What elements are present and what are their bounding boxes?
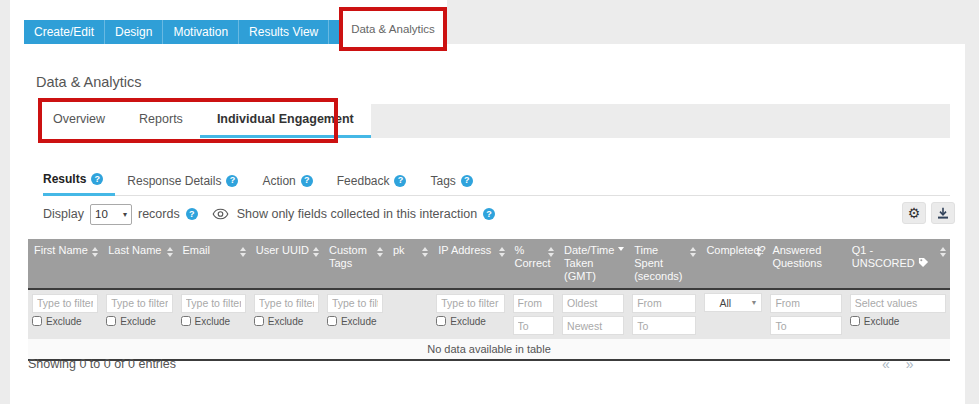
filter-time-spent-to[interactable] <box>632 316 696 335</box>
exclude-checkbox[interactable] <box>327 316 337 326</box>
column-header-custom-tags[interactable]: Custom Tags <box>323 239 387 289</box>
sort-icon <box>313 247 319 257</box>
column-header-ip-address[interactable]: IP Address <box>432 239 508 289</box>
filter-last-name[interactable] <box>106 294 172 313</box>
filter-pk-empty <box>387 314 432 340</box>
exclude-checkbox[interactable] <box>181 316 191 326</box>
tab-action[interactable]: Action ? <box>250 172 324 196</box>
column-header-time-spent[interactable]: Time Spent (seconds) <box>628 239 700 289</box>
showing-entries-text: Showing 0 to 0 of 0 entries <box>28 357 176 371</box>
nav-tab-data-analytics-active-with-annotation[interactable]: Data & Analytics <box>339 7 447 51</box>
exclude-user-uuid[interactable]: Exclude <box>254 316 319 327</box>
column-header-user-uuid[interactable]: User UUID <box>250 239 323 289</box>
table-header-row: First Name Last Name Email User UUID Cus… <box>28 239 950 289</box>
filter-user-uuid[interactable] <box>254 294 319 313</box>
exclude-checkbox[interactable] <box>32 316 42 326</box>
filter-email[interactable] <box>181 294 246 313</box>
exclude-checkbox[interactable] <box>436 316 446 326</box>
tab-reports[interactable]: Reports <box>122 104 200 138</box>
eye-icon[interactable] <box>212 208 229 220</box>
tab-feedback[interactable]: Feedback ? <box>325 172 419 196</box>
help-icon[interactable]: ? <box>91 173 103 185</box>
exclude-custom-tags[interactable]: Exclude <box>327 316 383 327</box>
tab-results-label: Results <box>43 172 86 186</box>
column-header-pk[interactable]: pk <box>387 239 432 289</box>
records-label: records <box>138 207 180 221</box>
nav-tab-motivation[interactable]: Motivation <box>163 20 239 44</box>
sort-icon <box>167 247 173 257</box>
exclude-checkbox[interactable] <box>254 316 264 326</box>
download-icon <box>937 207 949 219</box>
help-icon[interactable]: ? <box>394 175 406 187</box>
filter-custom-tags[interactable] <box>327 294 383 313</box>
tag-icon <box>918 257 929 268</box>
column-header-completed[interactable]: Completed? <box>700 239 766 289</box>
exclude-email[interactable]: Exclude <box>181 316 246 327</box>
column-header-answered-questions[interactable]: Answered Questions <box>766 239 845 289</box>
exclude-first-name[interactable]: Exclude <box>32 316 98 327</box>
sort-icon <box>240 247 246 257</box>
results-table: First Name Last Name Email User UUID Cus… <box>28 239 950 361</box>
display-label: Display <box>43 207 84 221</box>
filter-datetime-oldest[interactable] <box>562 294 624 313</box>
help-icon[interactable]: ? <box>226 175 238 187</box>
filter-percent-correct-from[interactable] <box>513 294 555 313</box>
pagination: « » <box>882 356 914 372</box>
settings-button[interactable]: ⚙ <box>902 202 926 224</box>
help-icon[interactable]: ? <box>461 175 473 187</box>
tab-individual-engagement[interactable]: Individual Engagement <box>200 104 371 138</box>
filter-ip-address[interactable] <box>436 294 504 313</box>
sort-icon <box>690 247 696 257</box>
sort-icon <box>548 247 554 257</box>
filter-row-secondary: Exclude Exclude Exclude Exclude Exclude … <box>28 314 950 340</box>
nav-tab-design[interactable]: Design <box>105 20 163 44</box>
sort-icon <box>92 247 98 257</box>
exclude-ip-address[interactable]: Exclude <box>436 316 504 327</box>
top-navigation: Create/Edit Design Motivation Results Vi… <box>24 20 387 44</box>
filter-first-name[interactable] <box>32 294 98 313</box>
filter-percent-correct-to[interactable] <box>513 316 555 335</box>
tab-tags[interactable]: Tags ? <box>418 172 484 196</box>
sort-icon <box>756 247 762 257</box>
column-header-last-name[interactable]: Last Name <box>102 239 176 289</box>
download-button[interactable] <box>931 202 955 224</box>
nav-tab-create-edit[interactable]: Create/Edit <box>24 20 105 44</box>
column-header-datetime-taken[interactable]: Date/Time Taken (GMT) <box>558 239 628 289</box>
exclude-checkbox[interactable] <box>106 316 116 326</box>
data-tab-bar: Results ? Response Details ? Action ? Fe… <box>43 172 950 196</box>
exclude-checkbox[interactable] <box>850 316 860 326</box>
tab-overview[interactable]: Overview <box>36 104 122 138</box>
nav-tab-results-view[interactable]: Results View <box>239 20 329 44</box>
page-title: Data & Analytics <box>36 74 142 90</box>
table-toolbar: ⚙ <box>902 202 955 224</box>
filter-q1-select-values[interactable] <box>850 294 946 313</box>
help-icon[interactable]: ? <box>186 208 198 220</box>
sort-descending-icon <box>618 247 624 251</box>
tab-results[interactable]: Results ? <box>43 172 115 196</box>
exclude-last-name[interactable]: Exclude <box>106 316 172 327</box>
show-only-fields-label[interactable]: Show only fields collected in this inter… <box>237 207 477 221</box>
pagination-next[interactable]: » <box>906 356 914 372</box>
column-header-email[interactable]: Email <box>177 239 250 289</box>
exclude-q1[interactable]: Exclude <box>850 316 946 327</box>
section-tab-bar: Overview Reports Individual Engagement <box>36 104 950 138</box>
records-per-page-value: 10 <box>95 208 108 220</box>
records-per-page-select[interactable]: 10 ▾ <box>90 204 132 225</box>
chevron-down-icon: ▼ <box>750 299 757 306</box>
gear-icon: ⚙ <box>908 206 921 220</box>
help-icon[interactable]: ? <box>301 175 313 187</box>
filter-completed-empty <box>700 314 766 340</box>
column-header-q1-unscored[interactable]: Q1 - UNSCORED <box>846 239 950 289</box>
filter-answered-from[interactable] <box>770 294 841 313</box>
help-icon[interactable]: ? <box>483 208 495 220</box>
filter-datetime-newest[interactable] <box>562 316 624 335</box>
tab-response-details[interactable]: Response Details ? <box>115 172 250 196</box>
filter-time-spent-from[interactable] <box>632 294 696 313</box>
column-header-first-name[interactable]: First Name <box>28 239 102 289</box>
column-header-percent-correct[interactable]: % Correct <box>509 239 559 289</box>
filter-answered-to[interactable] <box>770 316 841 335</box>
sort-icon <box>422 247 428 257</box>
tab-response-details-label: Response Details <box>127 174 221 188</box>
filter-completed-select[interactable]: All▼ <box>704 293 762 312</box>
pagination-previous[interactable]: « <box>882 356 890 372</box>
